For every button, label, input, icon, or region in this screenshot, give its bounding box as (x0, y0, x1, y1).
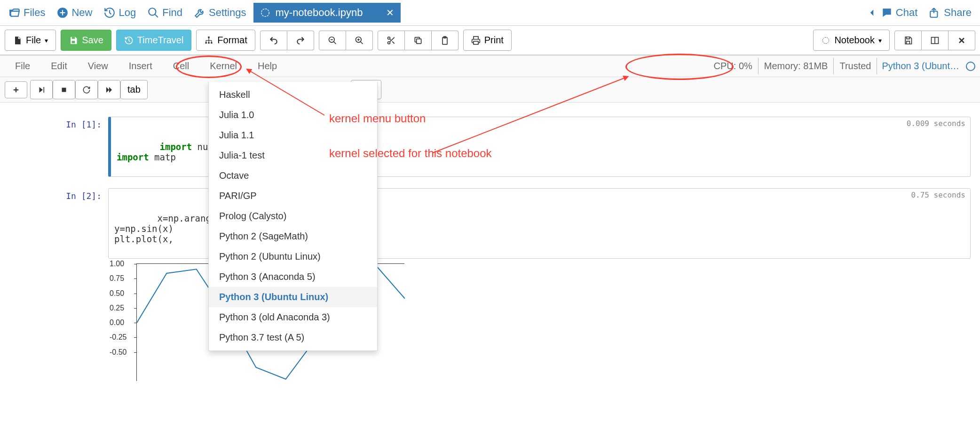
menu-view[interactable]: View (78, 56, 119, 76)
settings-link[interactable]: Settings (190, 5, 250, 21)
redo-button[interactable] (287, 31, 314, 50)
file-dropdown-label: File (26, 35, 41, 46)
menu-cell[interactable]: Cell (163, 56, 199, 76)
print-button[interactable]: Print (463, 30, 512, 51)
svg-point-2 (261, 9, 269, 17)
kernel-option[interactable]: PARI/GP (209, 186, 377, 206)
menu-insert[interactable]: Insert (119, 56, 163, 76)
zoom-in-icon (355, 36, 364, 45)
run-button[interactable] (30, 80, 53, 99)
zoom-out-button[interactable] (319, 31, 346, 50)
notebook-dropdown-button[interactable]: Notebook (813, 30, 890, 51)
undo-button[interactable] (260, 31, 287, 50)
menu-edit[interactable]: Edit (40, 56, 77, 76)
kernel-option[interactable]: Python 3 (Anaconda 5) (209, 267, 377, 287)
step-forward-icon (37, 86, 46, 94)
svg-point-1 (149, 8, 156, 15)
kernel-option[interactable]: Julia 1.1 (209, 125, 377, 145)
svg-rect-9 (211, 42, 213, 43)
cell-prompt: In [1]: (9, 117, 108, 177)
cell-prompt: In [2]: (9, 188, 108, 381)
file-dropdown-button[interactable]: File (5, 30, 56, 51)
plus-icon (12, 86, 20, 94)
timetravel-button[interactable]: TimeTravel (116, 30, 192, 51)
main-toolbar: File Save TimeTravel Format (0, 26, 980, 56)
printer-icon (471, 36, 481, 45)
y-tick-label: 0.25 (110, 304, 124, 312)
close-tab-icon[interactable]: ✕ (386, 7, 394, 18)
caret-left-icon (866, 7, 878, 19)
svg-point-13 (387, 41, 390, 44)
jupyter-icon (821, 36, 830, 45)
timetravel-label: TimeTravel (137, 35, 184, 46)
wrench-icon (194, 7, 206, 19)
file-tab-name: my-notebook.ipynb (275, 7, 363, 19)
kernel-option[interactable]: Python 3 (Ubuntu Linux) (209, 287, 377, 307)
svg-rect-5 (72, 40, 75, 43)
cut-button[interactable] (378, 31, 405, 50)
save-button[interactable]: Save (61, 30, 111, 51)
new-label: New (71, 7, 92, 19)
annotation-arrow-2 (428, 71, 654, 155)
x-icon (957, 36, 966, 45)
find-link[interactable]: Find (143, 5, 186, 21)
format-label: Format (217, 35, 247, 46)
zoom-out-icon (328, 36, 337, 45)
save-icon (903, 36, 913, 45)
close-button[interactable] (948, 31, 975, 50)
kernel-option[interactable]: Octave (209, 166, 377, 186)
new-link[interactable]: New (53, 5, 96, 21)
file-icon (13, 36, 22, 45)
run-all-button[interactable] (98, 80, 120, 99)
code-cell[interactable]: In [2]: 0.75 seconds x=np.arange y=np.si… (9, 188, 971, 381)
svg-rect-4 (72, 37, 75, 39)
copy-button[interactable] (405, 31, 432, 50)
chat-link[interactable]: Chat (862, 5, 921, 21)
insert-cell-button[interactable] (5, 81, 27, 98)
redo-icon (296, 36, 305, 45)
clipboard-icon (440, 36, 450, 45)
svg-rect-14 (416, 39, 421, 43)
trusted-status[interactable]: Trusted (834, 58, 877, 74)
format-button[interactable]: Format (196, 30, 255, 51)
kernel-option[interactable]: Python 3 (old Anaconda 3) (209, 307, 377, 327)
menu-file[interactable]: File (5, 56, 40, 76)
notebook-dropdown-label: Notebook (834, 35, 875, 46)
chat-bubble-icon (881, 7, 893, 19)
save-icon (69, 36, 78, 45)
share-link[interactable]: Share (925, 5, 975, 21)
sitemap-icon (204, 36, 213, 45)
copy-icon (413, 36, 423, 45)
y-tick-label: 1.00 (110, 260, 124, 268)
restart-button[interactable] (75, 80, 98, 99)
paste-button[interactable] (432, 31, 458, 50)
kernel-option[interactable]: Python 2 (Ubuntu Linux) (209, 246, 377, 267)
kernel-option[interactable]: Python 3.7 test (A 5) (209, 327, 377, 348)
kernel-option[interactable]: Python 2 (SageMath) (209, 226, 377, 246)
zoom-group (319, 31, 373, 50)
kernel-option[interactable]: Prolog (Calysto) (209, 206, 377, 226)
interrupt-button[interactable] (53, 80, 75, 99)
cell-timing: 0.75 seconds (911, 191, 965, 199)
share-label: Share (944, 7, 972, 19)
save-layout-button[interactable] (894, 31, 922, 50)
svg-rect-6 (208, 36, 210, 38)
plus-circle-icon (56, 7, 69, 19)
split-button[interactable] (922, 31, 948, 50)
svg-line-22 (433, 78, 625, 153)
history-icon (103, 7, 116, 19)
y-tick-label: 0.00 (110, 318, 124, 327)
chat-label: Chat (896, 7, 917, 19)
log-link[interactable]: Log (100, 5, 140, 21)
cpu-status: CPU: 0% (708, 58, 759, 74)
kernel-status[interactable]: Python 3 (Ubunt… (877, 58, 964, 74)
files-link[interactable]: Files (5, 5, 49, 21)
file-tab[interactable]: my-notebook.ipynb ✕ (253, 3, 401, 23)
stop-icon (60, 86, 68, 94)
memory-status: Memory: 81MB (759, 58, 834, 74)
svg-rect-7 (205, 42, 207, 43)
y-tick-label: -0.25 (110, 333, 126, 342)
zoom-in-button[interactable] (346, 31, 373, 50)
share-icon (929, 7, 941, 19)
tab-button[interactable]: tab (120, 80, 148, 99)
